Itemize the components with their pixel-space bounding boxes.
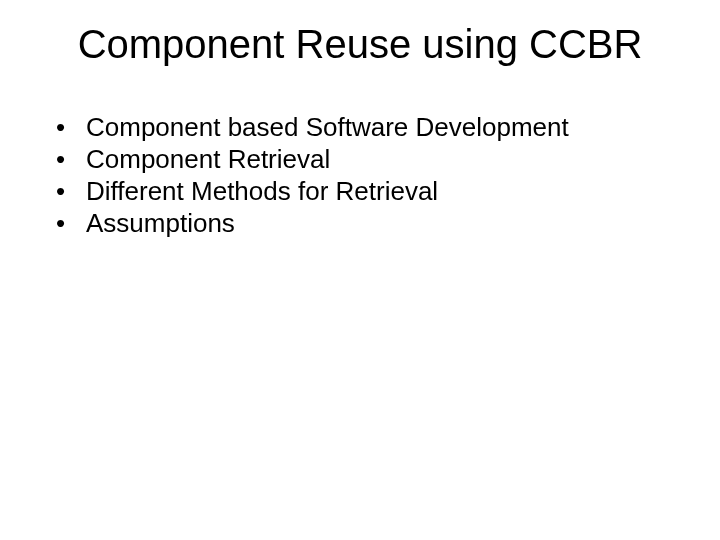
list-item: Component Retrieval <box>56 143 690 175</box>
bullet-list: Component based Software Development Com… <box>30 111 690 239</box>
bullet-text: Component based Software Development <box>86 112 569 142</box>
slide-title: Component Reuse using CCBR <box>30 22 690 67</box>
slide: Component Reuse using CCBR Component bas… <box>0 0 720 540</box>
bullet-text: Different Methods for Retrieval <box>86 176 438 206</box>
bullet-text: Assumptions <box>86 208 235 238</box>
list-item: Different Methods for Retrieval <box>56 175 690 207</box>
list-item: Assumptions <box>56 207 690 239</box>
list-item: Component based Software Development <box>56 111 690 143</box>
bullet-text: Component Retrieval <box>86 144 330 174</box>
